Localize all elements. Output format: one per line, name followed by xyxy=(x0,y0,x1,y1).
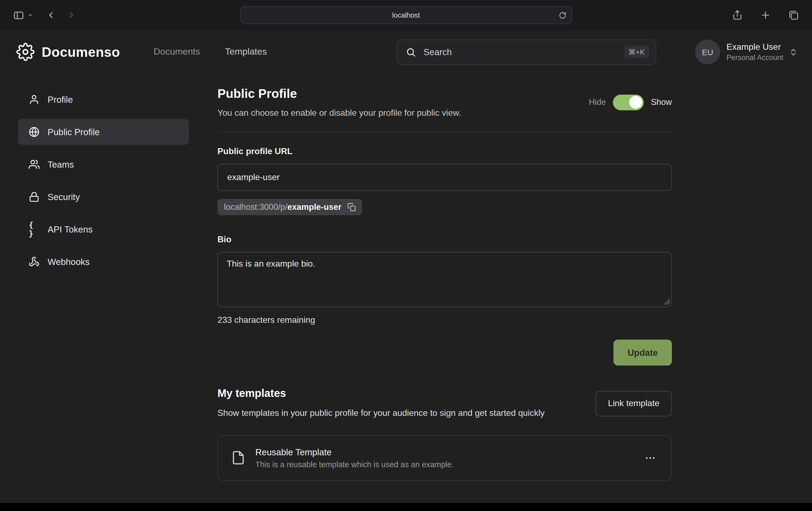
sidebar-item-teams[interactable]: Teams xyxy=(18,151,189,177)
tabs-icon xyxy=(788,10,799,21)
user-icon xyxy=(29,94,39,105)
templates-description: Show templates in your public profile fo… xyxy=(218,406,545,420)
reload-button[interactable] xyxy=(557,10,567,20)
page-title: Public Profile xyxy=(218,87,461,101)
public-profile-url-input[interactable] xyxy=(218,164,672,191)
sidebar-item-label: Security xyxy=(48,192,80,202)
ellipsis-icon xyxy=(644,452,656,464)
brand[interactable]: Documenso xyxy=(16,43,120,61)
toolbar-left-group xyxy=(11,7,79,23)
copy-icon xyxy=(347,203,356,211)
braces-icon: { } xyxy=(29,221,39,238)
avatar: EU xyxy=(695,39,720,64)
search-input[interactable] xyxy=(423,46,624,58)
profile-url-slug: example-user xyxy=(287,202,341,211)
browser-window: localhost xyxy=(0,0,812,511)
characters-remaining: 233 characters remaining xyxy=(218,315,672,325)
file-icon xyxy=(231,450,245,465)
sidebar-toggle-button[interactable] xyxy=(11,7,27,23)
lock-icon xyxy=(29,191,39,202)
address-bar[interactable]: localhost xyxy=(240,6,572,24)
toggle-knob xyxy=(629,96,642,109)
content: Profile Public Profile Teams xyxy=(0,73,812,480)
bio-textarea[interactable]: This is an example bio. xyxy=(218,252,672,307)
update-button[interactable]: Update xyxy=(613,339,672,365)
profile-url-preview: localhost:3000/p/example-user xyxy=(218,199,362,215)
sidebar-item-label: Teams xyxy=(48,159,74,170)
plus-icon xyxy=(760,10,771,21)
tab-overview-button[interactable] xyxy=(786,7,801,23)
sidebar-item-webhooks[interactable]: Webhooks xyxy=(18,249,189,275)
reload-icon xyxy=(558,11,566,19)
bio-label: Bio xyxy=(218,235,672,244)
forward-button[interactable] xyxy=(64,8,79,22)
sidebar-item-label: Webhooks xyxy=(48,257,90,267)
template-card: Reusable Template This is a reusable tem… xyxy=(218,435,672,480)
show-label: Show xyxy=(651,97,672,107)
public-profile-url-label: Public profile URL xyxy=(218,147,672,156)
new-tab-button[interactable] xyxy=(758,7,773,23)
profile-url-prefix: localhost:3000/p/ xyxy=(224,202,287,211)
share-icon xyxy=(732,10,743,21)
chevron-right-icon xyxy=(66,10,76,20)
browser-toolbar: localhost xyxy=(0,0,812,30)
address-bar-url: localhost xyxy=(392,11,420,19)
share-button[interactable] xyxy=(730,7,745,23)
app-page: Documenso Documents Templates ⌘+K EU Exa… xyxy=(0,30,812,503)
settings-sidebar: Profile Public Profile Teams xyxy=(18,87,189,480)
templates-title: My templates xyxy=(218,387,545,400)
profile-url-text: localhost:3000/p/example-user xyxy=(224,202,341,212)
hide-label: Hide xyxy=(589,97,606,107)
page-heading-block: Public Profile You can choose to enable … xyxy=(218,87,461,118)
template-name: Reusable Template xyxy=(255,447,454,457)
account-name: Example User xyxy=(727,41,783,52)
template-info: Reusable Template This is a reusable tem… xyxy=(255,447,454,469)
public-profile-panel: Public Profile You can choose to enable … xyxy=(218,87,672,480)
account-menu[interactable]: EU Example User Personal Account xyxy=(695,39,798,64)
search-icon xyxy=(406,47,416,57)
page-subtitle: You can choose to enable or disable your… xyxy=(218,108,461,118)
nav-templates[interactable]: Templates xyxy=(225,47,267,57)
app-header: Documenso Documents Templates ⌘+K EU Exa… xyxy=(0,30,812,73)
profile-visibility-toggle[interactable] xyxy=(613,94,644,110)
sidebar-item-label: Profile xyxy=(48,94,73,104)
sidebar-item-profile[interactable]: Profile xyxy=(18,87,189,113)
sidebar-item-api-tokens[interactable]: { } API Tokens xyxy=(18,216,189,242)
template-description: This is a reusable template which is use… xyxy=(255,460,454,469)
chevrons-up-down-icon xyxy=(789,47,798,57)
resize-handle-icon[interactable] xyxy=(664,299,670,305)
documenso-logo-icon xyxy=(16,43,35,61)
section-divider xyxy=(218,131,672,132)
templates-heading-block: My templates Show templates in your publ… xyxy=(218,387,545,420)
template-menu-button[interactable] xyxy=(642,450,658,466)
copy-url-button[interactable] xyxy=(347,202,356,212)
back-button[interactable] xyxy=(44,8,58,22)
bio-field-wrapper: This is an example bio. xyxy=(218,252,672,307)
sidebar-panel-icon xyxy=(13,9,24,21)
search-box[interactable]: ⌘+K xyxy=(397,39,656,65)
toolbar-right-group xyxy=(730,7,801,23)
visibility-toggle-group: Hide Show xyxy=(589,94,672,110)
nav-documents[interactable]: Documents xyxy=(154,47,200,57)
search-shortcut: ⌘+K xyxy=(624,46,649,58)
link-template-button[interactable]: Link template xyxy=(596,391,672,416)
main-nav: Documents Templates xyxy=(154,47,267,57)
my-templates-section: My templates Show templates in your publ… xyxy=(218,387,672,480)
sidebar-item-label: API Tokens xyxy=(48,224,92,234)
sidebar-item-public-profile[interactable]: Public Profile xyxy=(18,119,189,145)
webhook-icon xyxy=(29,256,39,267)
users-icon xyxy=(29,159,39,170)
sidebar-item-security[interactable]: Security xyxy=(18,184,189,210)
account-text: Example User Personal Account xyxy=(727,41,783,62)
sidebar-menu-button[interactable] xyxy=(25,10,35,20)
chevron-down-icon xyxy=(28,12,33,18)
globe-icon xyxy=(29,126,39,137)
sidebar-item-label: Public Profile xyxy=(48,127,100,137)
brand-name: Documenso xyxy=(42,44,120,60)
account-type: Personal Account xyxy=(727,53,783,62)
chevron-left-icon xyxy=(46,10,56,20)
